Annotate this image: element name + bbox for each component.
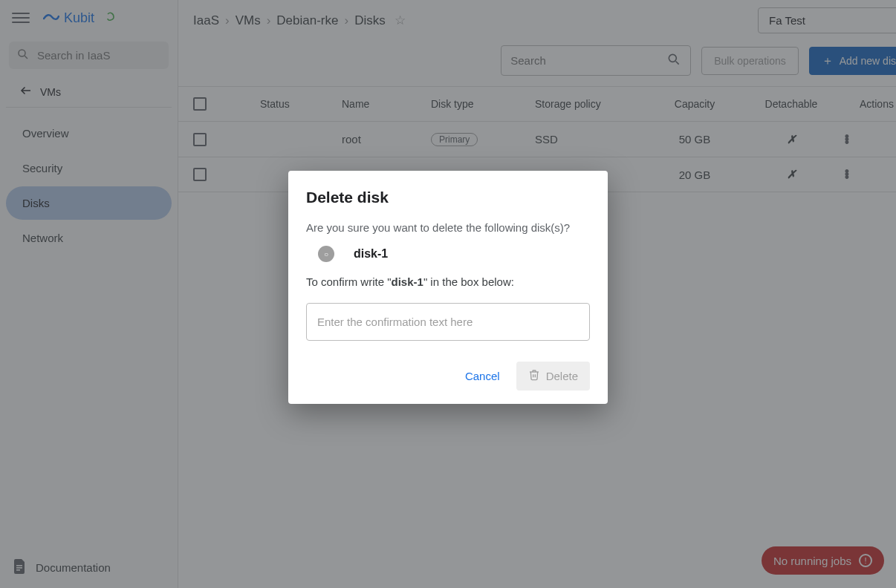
delete-button-label: Delete <box>546 370 578 382</box>
modal-disk-name: disk-1 <box>354 247 388 261</box>
disk-icon: ○ <box>318 246 334 262</box>
trash-icon <box>528 369 540 383</box>
delete-disk-modal: Delete disk Are you sure you want to del… <box>288 171 608 404</box>
confirmation-input[interactable] <box>306 303 590 341</box>
modal-actions: Cancel Delete <box>306 362 590 391</box>
cancel-button[interactable]: Cancel <box>456 364 509 388</box>
delete-button[interactable]: Delete <box>516 362 590 391</box>
modal-confirm-line: To confirm write "disk-1" in the box bel… <box>306 275 590 288</box>
modal-overlay[interactable]: Delete disk Are you sure you want to del… <box>0 0 896 588</box>
modal-title: Delete disk <box>306 189 590 206</box>
modal-prompt: Are you sure you want to delete the foll… <box>306 221 590 234</box>
modal-disk-row: ○ disk-1 <box>318 246 590 262</box>
